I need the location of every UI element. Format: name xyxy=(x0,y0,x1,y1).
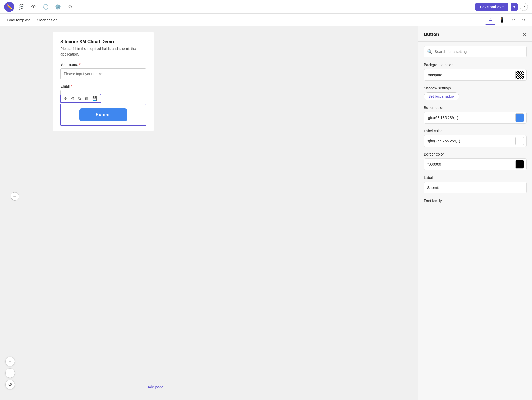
bg-color-label: Background color xyxy=(424,63,527,67)
comment-icon-btn[interactable]: 💬 xyxy=(16,2,26,12)
zoom-controls: + − ↺ xyxy=(5,357,15,389)
form-card: Sitecore XM Cloud Demo Please fill in th… xyxy=(53,32,154,131)
help-button[interactable]: ? xyxy=(520,3,528,11)
bg-color-swatch[interactable] xyxy=(515,71,524,79)
shadow-section: Shadow settings Set box shadow xyxy=(424,86,527,100)
zoom-out-button[interactable]: − xyxy=(5,368,15,378)
name-input-icon: ⋯ xyxy=(139,71,143,76)
font-family-label: Font family xyxy=(424,199,527,203)
toolbar-right: Save and exit ▾ ? xyxy=(475,3,528,11)
form-title: Sitecore XM Cloud Demo xyxy=(60,39,146,44)
canvas-area: + Sitecore XM Cloud Demo Please fill in … xyxy=(0,26,418,400)
name-required-star: * xyxy=(79,62,80,67)
button-color-section: Button color rgba(63,135,239,1) xyxy=(424,106,527,124)
bg-color-section: Background color transparent xyxy=(424,63,527,81)
shadow-label: Shadow settings xyxy=(424,86,527,90)
label-input[interactable] xyxy=(424,182,527,193)
load-template-button[interactable]: Load template xyxy=(4,16,33,24)
settings-icon-btn[interactable]: ⚙ xyxy=(65,2,75,12)
submit-area: ✛ ⚙ ⧉ 🗑 💾 Submit xyxy=(60,104,146,126)
form-desc: Please fill in the required fields and s… xyxy=(60,46,146,57)
panel-body: 🔍 Background color transparent Shadow se… xyxy=(418,42,532,207)
label-color-value: rgba(255,255,255,1) xyxy=(427,139,513,143)
button-color-value: rgba(63,135,239,1) xyxy=(427,116,513,120)
name-input[interactable] xyxy=(60,68,146,79)
search-icon: 🔍 xyxy=(427,49,432,54)
label-field-label: Label xyxy=(424,175,527,180)
search-box: 🔍 xyxy=(424,46,527,57)
label-color-input-row[interactable]: rgba(255,255,255,1) xyxy=(424,135,527,147)
search-input[interactable] xyxy=(435,49,523,54)
zoom-in-button[interactable]: + xyxy=(5,357,15,366)
duplicate-tool-button[interactable]: ⧉ xyxy=(77,96,82,101)
right-panel: Button ✕ 🔍 Background color transparent … xyxy=(418,26,532,400)
border-color-input-row[interactable]: #000000 xyxy=(424,158,527,170)
add-block-button[interactable]: + xyxy=(11,192,19,201)
mobile-view-button[interactable]: 📱 xyxy=(497,15,507,25)
edit-icon-btn[interactable]: ✏️ xyxy=(4,2,14,12)
history-icon-btn[interactable]: 🕐 xyxy=(41,2,51,12)
border-color-section: Border color #000000 xyxy=(424,152,527,170)
undo-button[interactable]: ↩ xyxy=(509,16,517,24)
panel-header: Button ✕ xyxy=(418,26,532,42)
add-page-plus-icon: + xyxy=(143,385,146,389)
label-color-label: Label color xyxy=(424,129,527,133)
secondary-right: 🖥 📱 ↩ ↪ xyxy=(485,15,528,25)
save-exit-dropdown[interactable]: ▾ xyxy=(511,3,518,11)
name-field-label: Your name * xyxy=(60,62,146,67)
font-family-section: Font family xyxy=(424,199,527,203)
redo-button[interactable]: ↪ xyxy=(519,16,528,24)
code-icon-btn[interactable]: ⚙️ xyxy=(53,2,63,12)
name-input-wrapper: ⋯ xyxy=(60,68,146,79)
border-color-value: #000000 xyxy=(427,162,513,166)
main-layout: + Sitecore XM Cloud Demo Please fill in … xyxy=(0,26,532,400)
secondary-toolbar: Load template Clear design 🖥 📱 ↩ ↪ xyxy=(0,14,532,26)
delete-tool-button[interactable]: 🗑 xyxy=(84,96,90,101)
preview-icon-btn[interactable]: 👁 xyxy=(29,2,39,12)
zoom-reset-button[interactable]: ↺ xyxy=(5,380,15,389)
add-page-label: Add page xyxy=(148,385,164,389)
label-color-swatch[interactable] xyxy=(515,137,524,145)
desktop-view-button[interactable]: 🖥 xyxy=(485,15,495,25)
save-tool-button[interactable]: 💾 xyxy=(91,96,98,101)
add-page-row[interactable]: + Add page xyxy=(0,379,307,389)
submit-button[interactable]: Submit xyxy=(79,108,127,121)
button-color-swatch[interactable] xyxy=(515,113,524,122)
label-color-section: Label color rgba(255,255,255,1) xyxy=(424,129,527,147)
move-tool-button[interactable]: ✛ xyxy=(63,96,68,101)
label-section: Label xyxy=(424,175,527,193)
bg-color-input-row[interactable]: transparent xyxy=(424,69,527,81)
set-box-shadow-button[interactable]: Set box shadow xyxy=(424,92,459,100)
settings-tool-button[interactable]: ⚙ xyxy=(70,96,75,101)
panel-title: Button xyxy=(424,32,439,37)
save-exit-button[interactable]: Save and exit xyxy=(475,3,509,11)
border-color-swatch[interactable] xyxy=(515,160,524,169)
button-color-input-row[interactable]: rgba(63,135,239,1) xyxy=(424,112,527,124)
clear-design-button[interactable]: Clear design xyxy=(34,16,60,24)
top-toolbar: ✏️ 💬 👁 🕐 ⚙️ ⚙ Save and exit ▾ ? xyxy=(0,0,532,14)
button-color-label: Button color xyxy=(424,106,527,110)
toolbar-left: ✏️ 💬 👁 🕐 ⚙️ ⚙ xyxy=(4,2,75,12)
email-field-label: Email * xyxy=(60,84,146,88)
email-required-star: * xyxy=(71,84,72,88)
element-toolbar: ✛ ⚙ ⧉ 🗑 💾 xyxy=(60,94,101,103)
secondary-left: Load template Clear design xyxy=(4,16,60,24)
panel-close-button[interactable]: ✕ xyxy=(522,31,527,38)
bg-color-value: transparent xyxy=(427,73,513,77)
border-color-label: Border color xyxy=(424,152,527,156)
